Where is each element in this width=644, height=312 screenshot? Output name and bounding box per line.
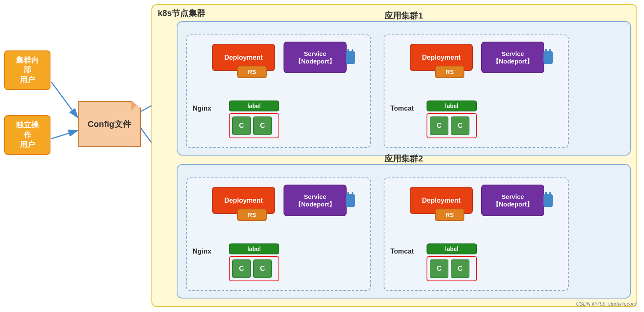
app-cluster-1: 应用集群1 Nginx Deployment RS Service【Nodepo…	[177, 21, 631, 156]
pod-c2-1: C	[253, 116, 272, 135]
app-cluster-2: 应用集群2 Nginx Deployment RS Service【Nodepo…	[177, 164, 631, 299]
node-cluster-nginx-2: Nginx Deployment RS Service【Nodeport】 la…	[186, 177, 371, 291]
app-cluster-2-label: 应用集群2	[384, 153, 423, 164]
nginx-1-label: Nginx	[193, 105, 211, 112]
service-3-plug	[346, 194, 355, 207]
tomcat-1-label: Tomcat	[390, 105, 414, 112]
service-4-plug	[543, 194, 553, 207]
service-2: Service【Nodeport】	[481, 42, 544, 73]
rs-1: RS	[237, 66, 267, 78]
pod-c1-2: C	[430, 116, 448, 135]
pods-3: C C	[229, 256, 279, 281]
tomcat-1-pods-group: label C C	[427, 100, 477, 138]
main-canvas: 集群内部 用户 独立操作 用户 Config文件 k8s节点集群 应用集群1 N…	[0, 0, 644, 312]
label-3: label	[229, 243, 279, 254]
user2-line2: 用户	[20, 140, 35, 149]
service-1: Service【Nodeport】	[284, 42, 347, 73]
pod-c2-2: C	[451, 116, 469, 135]
tomcat-2-label: Tomcat	[390, 248, 414, 255]
label-1: label	[229, 100, 279, 111]
app-cluster-1-label: 应用集群1	[384, 10, 423, 21]
config-box: Config文件	[78, 101, 141, 147]
nginx-2-pods-group: label C C	[229, 243, 279, 281]
config-label: Config文件	[87, 119, 131, 130]
label-2: label	[427, 100, 477, 111]
rs-3: RS	[237, 209, 267, 221]
user2-line1: 独立操作	[16, 121, 39, 139]
node-cluster-tomcat-2: Tomcat Deployment RS Service【Nodeport】 l…	[384, 177, 569, 291]
pods-2: C C	[427, 113, 477, 138]
node-cluster-tomcat-1: Tomcat Deployment RS Service【Nodeport】 l…	[384, 34, 569, 148]
pod-c2-4: C	[451, 259, 469, 278]
pods-1: C C	[229, 113, 279, 138]
svg-line-4	[51, 130, 78, 139]
user1-line2: 用户	[20, 76, 35, 84]
user-box-2: 独立操作 用户	[4, 115, 50, 155]
node-cluster-nginx-1: Nginx Deployment RS Service【Nodeport】 la…	[186, 34, 371, 148]
watermark: CSDN @7bb_studyRecord	[576, 301, 636, 307]
users-section: 集群内部 用户 独立操作 用户	[4, 50, 50, 155]
nginx-1-pods-group: label C C	[229, 100, 279, 138]
pod-c2-3: C	[253, 259, 272, 278]
rs-2: RS	[435, 66, 464, 78]
tomcat-2-pods-group: label C C	[427, 243, 477, 281]
pods-4: C C	[427, 256, 477, 281]
pod-c1-3: C	[232, 259, 251, 278]
user1-line1: 集群内部	[16, 56, 39, 74]
service-3: Service【Nodeport】	[284, 185, 347, 216]
label-4: label	[427, 243, 477, 254]
nginx-2-label: Nginx	[193, 248, 211, 255]
service-2-plug	[543, 51, 553, 64]
pod-c1-1: C	[232, 116, 251, 135]
user-box-1: 集群内部 用户	[4, 50, 50, 90]
rs-4: RS	[435, 209, 464, 221]
svg-line-3	[51, 82, 78, 118]
service-4: Service【Nodeport】	[481, 185, 544, 216]
service-1-plug	[346, 51, 355, 64]
k8s-cluster-label: k8s节点集群	[158, 8, 205, 19]
pod-c1-4: C	[430, 259, 448, 278]
